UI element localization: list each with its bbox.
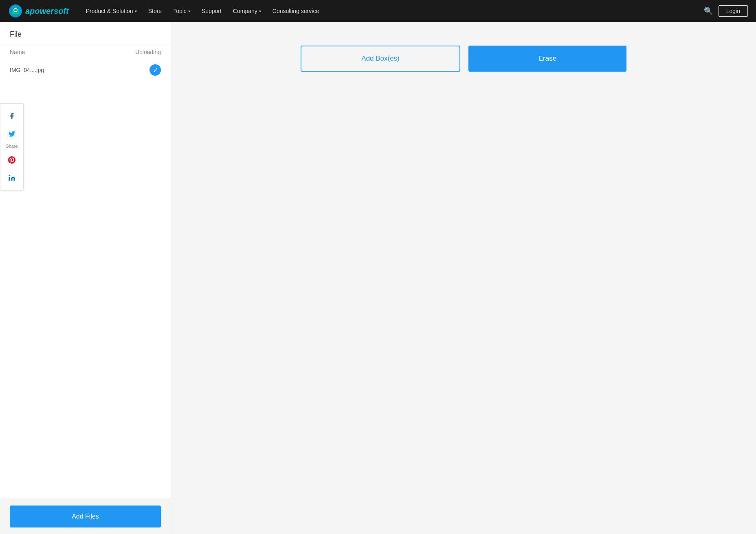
col-uploading-header: Uploading	[135, 49, 161, 55]
file-row: IMG_04....jpg ✓	[0, 60, 171, 80]
logo-icon	[8, 4, 23, 18]
file-name: IMG_04....jpg	[10, 67, 44, 73]
main-content: × C Add Box(es) Erase	[171, 22, 756, 534]
share-label: Share	[6, 144, 18, 149]
twitter-icon[interactable]	[4, 126, 20, 142]
action-buttons: Add Box(es) Erase	[301, 46, 626, 72]
nav-item-topic[interactable]: Topic	[168, 5, 195, 17]
sidebar: Share File Name Uploading IMG_04....jpg …	[0, 22, 171, 534]
file-list: IMG_04....jpg ✓	[0, 59, 171, 499]
file-table-header: Name Uploading	[0, 43, 171, 59]
sidebar-title: File	[0, 22, 171, 43]
linkedin-icon[interactable]	[4, 170, 20, 186]
nav-logo[interactable]: apowersoft	[8, 4, 69, 18]
svg-point-3	[14, 9, 17, 11]
nav-item-company[interactable]: Company	[228, 5, 266, 17]
nav-item-support[interactable]: Support	[197, 5, 226, 17]
add-files-button[interactable]: Add Files	[10, 506, 161, 527]
nav-menu: Product & Solution Store Topic Support C…	[81, 5, 704, 17]
logo-text: apowersoft	[25, 7, 69, 16]
navbar: apowersoft Product & Solution Store Topi…	[0, 0, 756, 22]
add-box-button[interactable]: Add Box(es)	[301, 46, 460, 72]
upload-status-icon: ✓	[149, 64, 161, 76]
nav-item-store[interactable]: Store	[143, 5, 167, 17]
pinterest-icon[interactable]	[4, 152, 20, 168]
main-layout: Share File Name Uploading IMG_04....jpg …	[0, 22, 756, 534]
social-panel: Share	[0, 103, 24, 190]
nav-item-consulting[interactable]: Consulting service	[268, 5, 324, 17]
login-button[interactable]: Login	[719, 5, 748, 17]
erase-button[interactable]: Erase	[468, 46, 626, 72]
search-icon[interactable]: 🔍	[704, 7, 713, 15]
nav-right: 🔍 Login	[704, 5, 748, 17]
facebook-icon[interactable]	[4, 108, 20, 124]
svg-point-4	[9, 175, 10, 176]
sidebar-footer: Add Files	[0, 499, 171, 534]
col-name-header: Name	[10, 49, 25, 55]
nav-item-product[interactable]: Product & Solution	[81, 5, 142, 17]
